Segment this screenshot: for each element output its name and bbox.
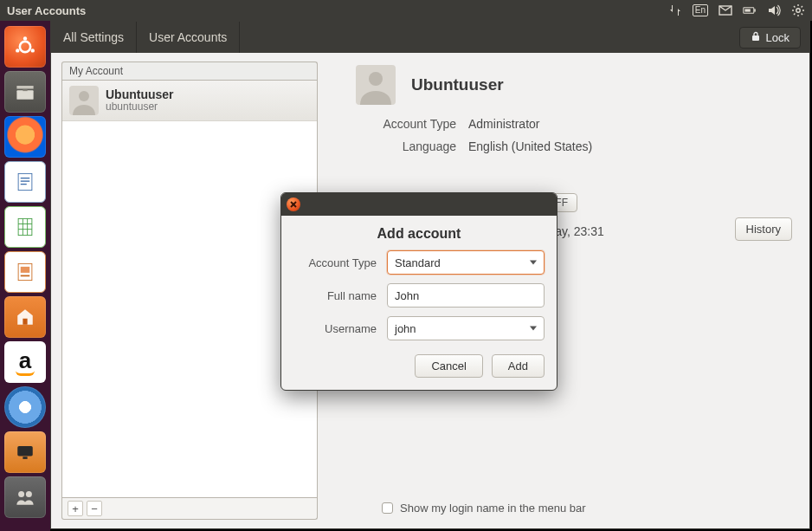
svg-rect-31 — [21, 275, 30, 277]
chevron-down-icon — [530, 261, 537, 265]
svg-rect-17 — [16, 86, 33, 89]
svg-rect-32 — [23, 319, 27, 325]
avatar-icon[interactable] — [356, 65, 396, 105]
show-login-checkbox[interactable] — [382, 502, 393, 514]
dialog-title: Add account — [281, 216, 557, 250]
history-button[interactable]: History — [735, 217, 792, 241]
dlg-username-label: Username — [293, 322, 380, 335]
launcher-app-2[interactable] — [4, 431, 46, 473]
accounts-list-panel: My Account Ubuntuuser ubuntuuser + − — [61, 62, 318, 520]
lock-label: Lock — [766, 31, 789, 44]
account-username: ubuntuuser — [106, 101, 174, 113]
account-type-combo[interactable]: Standard — [387, 250, 545, 275]
svg-rect-18 — [16, 90, 33, 100]
cancel-button[interactable]: Cancel — [415, 354, 482, 378]
account-type-label: Account Type — [356, 117, 468, 131]
window-title: User Accounts — [7, 4, 668, 17]
launcher-writer[interactable] — [4, 161, 46, 203]
account-type-value: Administrator — [468, 117, 792, 131]
svg-rect-19 — [23, 89, 27, 91]
svg-rect-34 — [23, 457, 27, 459]
dlg-fullname-label: Full name — [293, 289, 380, 302]
svg-line-12 — [802, 6, 802, 7]
battery-icon[interactable] — [743, 3, 757, 17]
svg-point-14 — [23, 36, 27, 40]
launcher-firefox[interactable] — [4, 116, 46, 158]
accounts-list[interactable]: Ubuntuuser ubuntuuser — [61, 80, 318, 498]
dlg-account-type-label: Account Type — [293, 256, 380, 269]
launcher-amazon[interactable]: a — [4, 341, 46, 383]
volume-icon[interactable] — [767, 3, 781, 17]
add-button[interactable]: Add — [492, 354, 545, 378]
svg-rect-33 — [17, 446, 33, 456]
lock-button[interactable]: Lock — [739, 27, 801, 49]
launcher-software-center[interactable] — [4, 296, 46, 338]
svg-point-15 — [31, 49, 35, 52]
breadcrumb-user-accounts[interactable]: User Accounts — [137, 22, 240, 53]
svg-point-35 — [18, 491, 24, 497]
show-login-label: Show my login name in the menu bar — [400, 502, 586, 515]
unity-launcher: a — [0, 21, 50, 531]
lock-icon — [751, 31, 761, 44]
account-name: Ubuntuuser — [106, 88, 174, 101]
launcher-app-1[interactable] — [4, 386, 46, 428]
svg-rect-20 — [18, 173, 32, 190]
svg-rect-30 — [21, 267, 30, 273]
accounts-list-header: My Account — [61, 62, 318, 80]
svg-rect-37 — [752, 36, 759, 41]
launcher-workspaces[interactable] — [4, 476, 46, 518]
add-account-dialog: Add account Account Type Standard Full n… — [280, 192, 557, 391]
language-value[interactable]: English (United States) — [468, 139, 792, 153]
svg-point-4 — [796, 9, 800, 12]
svg-rect-2 — [754, 9, 756, 11]
svg-point-13 — [20, 42, 30, 52]
svg-point-38 — [79, 91, 89, 101]
keyboard-indicator[interactable]: En — [693, 4, 708, 16]
account-row[interactable]: Ubuntuuser ubuntuuser — [62, 81, 317, 121]
username-value: john — [395, 322, 416, 335]
gear-icon[interactable] — [791, 3, 805, 17]
fullname-input[interactable]: John — [387, 283, 545, 308]
top-menubar: User Accounts En — [0, 0, 812, 21]
svg-rect-3 — [744, 9, 750, 11]
chevron-down-icon — [530, 327, 537, 331]
dialog-titlebar[interactable] — [281, 193, 557, 216]
network-icon[interactable] — [668, 3, 682, 17]
account-type-selected: Standard — [395, 256, 441, 269]
close-icon[interactable] — [287, 198, 300, 211]
username-combo[interactable]: john — [387, 316, 545, 340]
mail-icon[interactable] — [719, 3, 732, 17]
avatar-icon — [69, 86, 99, 115]
svg-point-39 — [369, 72, 383, 86]
show-login-option[interactable]: Show my login name in the menu bar — [382, 502, 586, 515]
svg-point-16 — [16, 49, 19, 52]
launcher-impress[interactable] — [4, 251, 46, 293]
detail-username: Ubuntuuser — [411, 75, 504, 94]
window-toolbar: All Settings User Accounts Lock — [51, 22, 809, 53]
svg-line-9 — [794, 6, 795, 7]
list-action-bar: + − — [61, 498, 318, 520]
breadcrumb-all-settings[interactable]: All Settings — [51, 22, 137, 53]
svg-rect-24 — [18, 218, 32, 235]
language-label: Language — [356, 139, 468, 153]
svg-point-36 — [26, 491, 32, 497]
launcher-files[interactable] — [4, 71, 46, 113]
svg-line-11 — [794, 14, 795, 15]
launcher-calc[interactable] — [4, 206, 46, 248]
svg-line-10 — [802, 14, 802, 15]
system-tray: En — [668, 3, 805, 17]
launcher-dash[interactable] — [4, 26, 46, 68]
remove-user-button[interactable]: − — [87, 501, 102, 516]
add-user-button[interactable]: + — [68, 501, 83, 516]
